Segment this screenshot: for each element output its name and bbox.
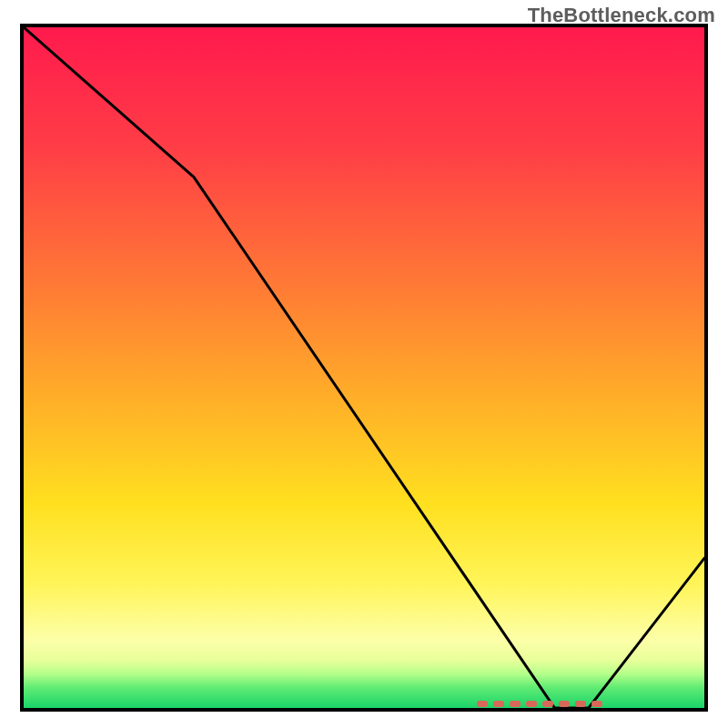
- optimal-range-dash: [592, 701, 602, 707]
- optimal-range-dash: [510, 701, 521, 707]
- plot-inner: [24, 27, 704, 708]
- bottleneck-curve: [24, 27, 704, 708]
- optimal-range-dash: [559, 701, 570, 707]
- optimal-range-dash: [575, 701, 586, 707]
- optimal-range-dash: [542, 701, 553, 707]
- chart-container: TheBottleneck.com: [0, 0, 728, 728]
- curve-layer: [24, 27, 704, 708]
- optimal-range-dash: [493, 701, 504, 707]
- plot-area: [20, 24, 708, 712]
- optimal-range-dash: [477, 701, 488, 707]
- optimal-range-dash: [526, 701, 537, 707]
- watermark-text: TheBottleneck.com: [528, 4, 715, 27]
